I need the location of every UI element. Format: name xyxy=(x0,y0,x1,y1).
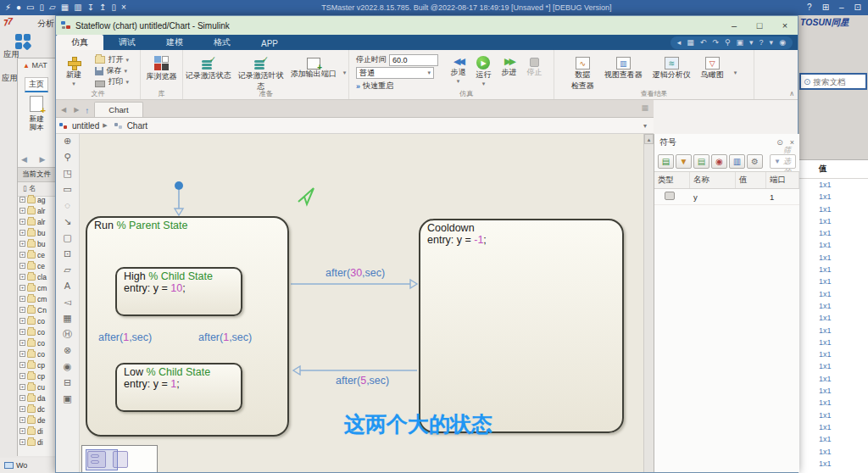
variable-row[interactable]: 1x1 xyxy=(798,373,868,385)
breadcrumb-model[interactable]: untitled xyxy=(72,121,99,131)
undo-icon[interactable]: ↶ xyxy=(700,37,707,48)
junction-icon[interactable]: ◉ xyxy=(64,361,72,372)
simulink-titlebar[interactable]: Stateflow (chart) untitled/Chart - Simul… xyxy=(56,16,798,35)
minimize-icon[interactable]: – xyxy=(839,3,844,12)
monitor-icon[interactable] xyxy=(4,462,14,469)
expand-icon[interactable]: + xyxy=(19,406,25,412)
variable-row[interactable]: 1x1 xyxy=(798,288,868,300)
step-back-button[interactable]: ◀◀步退▾ xyxy=(450,56,465,87)
expand-icon[interactable]: + xyxy=(19,439,25,445)
expand-icon[interactable]: + xyxy=(19,351,25,357)
fit-view-icon[interactable]: ◳ xyxy=(63,168,71,179)
expand-icon[interactable]: + xyxy=(19,329,25,335)
nav-forward-icon[interactable]: ▶ xyxy=(74,106,79,114)
variable-row[interactable]: 1x1 xyxy=(798,348,868,360)
help-icon[interactable]: ? xyxy=(760,37,764,48)
panel-grid-icon[interactable]: ▦ xyxy=(641,103,648,112)
expand-icon[interactable]: + xyxy=(19,307,25,313)
add-input-icon[interactable]: ▼ xyxy=(676,154,692,169)
transition-label-after30[interactable]: after(30,sec) xyxy=(326,267,385,279)
expand-icon[interactable]: + xyxy=(19,263,25,269)
save-icon[interactable]: ▦ xyxy=(687,37,694,48)
expand-icon[interactable]: + xyxy=(19,417,25,423)
col-port[interactable]: 端口 xyxy=(766,172,799,188)
variable-row[interactable]: 1x1 xyxy=(798,227,868,239)
expand-icon[interactable]: + xyxy=(19,318,25,324)
folder-item-de[interactable]: +de xyxy=(18,415,55,426)
matlab-new-script-button[interactable]: + 新建脚本 xyxy=(23,96,50,131)
folder-item-co[interactable]: +co xyxy=(18,326,55,337)
matlab-tab-home[interactable]: 主页 xyxy=(25,77,48,92)
text-icon[interactable]: ⊟ xyxy=(64,377,71,388)
default-transition-icon[interactable]: ▱ xyxy=(64,264,70,275)
state-high[interactable]: High % Child State entry: y = 10; xyxy=(115,267,242,316)
folder-item-co[interactable]: +co xyxy=(18,315,55,326)
state-low[interactable]: Low % Child State entry: y = 1; xyxy=(115,363,242,412)
expand-icon[interactable]: + xyxy=(19,395,25,401)
app-label-2[interactable]: 应用 xyxy=(2,73,18,84)
variable-row[interactable]: 1x1 xyxy=(798,215,868,227)
variable-row[interactable]: 1x1 xyxy=(798,300,868,312)
state-cooldown[interactable]: Cooldown entry: y = -1; xyxy=(419,219,624,433)
show-palette-icon[interactable]: ⊕ xyxy=(64,136,71,147)
expand-icon[interactable]: + xyxy=(19,296,25,302)
folder-item-ce[interactable]: +ce xyxy=(18,249,55,260)
folder-item-ag[interactable]: +ag xyxy=(18,194,55,205)
expand-icon[interactable]: + xyxy=(19,241,25,247)
ribbon-tab-建模[interactable]: 建模 xyxy=(151,35,198,50)
close-button[interactable]: × xyxy=(772,20,798,31)
record-icon[interactable]: ◉ xyxy=(779,37,786,48)
dropdown-icon[interactable]: ▾ xyxy=(749,37,754,48)
help-icon[interactable]: ? xyxy=(807,3,812,12)
symbols-menu-icon[interactable]: ⊙ xyxy=(776,138,783,147)
variable-row[interactable]: 1x1 xyxy=(798,397,868,409)
add-parameter-icon[interactable]: ◉ xyxy=(711,154,727,169)
col-value[interactable]: 值 xyxy=(736,172,766,188)
folder-item-cla[interactable]: +cla xyxy=(18,271,55,282)
doc-search-box[interactable]: ⊙ xyxy=(799,73,867,90)
folder-item-ce[interactable]: +ce xyxy=(18,260,55,271)
resolve-symbols-icon[interactable]: ▥ xyxy=(729,154,745,169)
expand-left-icon[interactable]: ◂ xyxy=(677,37,682,48)
export-icon[interactable]: ↥ xyxy=(99,3,106,12)
folder-item-co[interactable]: +co xyxy=(18,337,55,348)
transition-label-after1-left[interactable]: after(1,sec) xyxy=(98,331,152,343)
nav-back-icon[interactable]: ◀ xyxy=(61,106,66,114)
image-icon[interactable]: ▣ xyxy=(63,393,71,404)
variable-row[interactable]: 1x1 xyxy=(798,458,868,467)
ribbon-tab-格式[interactable]: 格式 xyxy=(198,35,246,50)
folder-item-cu[interactable]: +cu xyxy=(18,381,55,392)
import-icon[interactable]: ↧ xyxy=(87,3,94,12)
document-tab-chart[interactable]: Chart xyxy=(94,102,142,117)
stop-button[interactable]: 停止 xyxy=(526,56,542,87)
expand-icon[interactable]: + xyxy=(19,373,25,379)
nav-up-icon[interactable]: ↑ xyxy=(85,106,89,115)
transition-label-after1-right[interactable]: after(1,sec) xyxy=(198,331,252,343)
expand-icon[interactable]: + xyxy=(19,285,25,291)
folder-item-bu[interactable]: +bu xyxy=(18,238,55,249)
ribbon-collapse-icon[interactable]: ∧ xyxy=(789,90,794,97)
folder-item-da[interactable]: +da xyxy=(18,392,55,403)
canvas-vscrollbar[interactable]: ▴ xyxy=(643,134,654,472)
open-button[interactable]: 打开▾ xyxy=(95,54,129,65)
folder-item-dc[interactable]: +dc xyxy=(18,403,55,415)
scroll-up-icon[interactable]: ▴ xyxy=(644,134,654,144)
minimap[interactable] xyxy=(81,445,158,472)
variable-row[interactable]: 1x1 xyxy=(798,252,868,264)
variable-row[interactable]: 1x1 xyxy=(798,421,868,433)
variable-row[interactable]: 1x1 xyxy=(798,360,868,372)
expand-icon[interactable]: + xyxy=(19,274,25,280)
col-type[interactable]: 类型 xyxy=(654,172,690,188)
open-icon[interactable]: ▱ xyxy=(49,3,56,12)
folder-item-co[interactable]: +co xyxy=(18,348,55,359)
record-dot-icon[interactable]: ● xyxy=(16,3,21,12)
simulation-mode-select[interactable]: 普通▾ xyxy=(356,67,434,79)
transition-label-after5[interactable]: after(5,sec) xyxy=(336,375,389,387)
expand-icon[interactable]: + xyxy=(19,230,25,236)
message-icon[interactable]: ▭ xyxy=(26,3,34,12)
new-doc-icon[interactable]: ▯ xyxy=(40,3,45,12)
variable-row[interactable]: 1x1 xyxy=(798,264,868,275)
add-output-icon[interactable]: ▤ xyxy=(693,154,709,169)
symbols-filter[interactable]: ▼筛选的 xyxy=(770,154,796,169)
state-icon[interactable]: ▭ xyxy=(63,184,71,195)
